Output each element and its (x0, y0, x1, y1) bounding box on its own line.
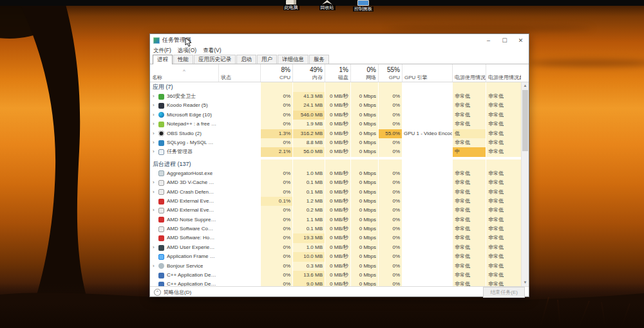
menu-file[interactable]: 文件(F) (153, 47, 171, 55)
engine-cell (402, 169, 452, 178)
expand-chevron-icon[interactable]: › (153, 178, 158, 187)
group-cpu-cell (260, 82, 292, 92)
gpu-cell: 0% (378, 197, 402, 206)
process-row[interactable]: ›AMD 3D V-Cache Performan...0%0.1 MB0 MB… (150, 178, 521, 187)
group-status-cell (218, 82, 260, 92)
process-row[interactable]: ›AMD User Experience Progr...0%1.0 MB0 M… (150, 243, 521, 252)
cpu-cell: 0% (260, 178, 292, 187)
scroll-down-arrow[interactable]: ▼ (522, 279, 529, 286)
expand-chevron-icon[interactable]: › (153, 101, 158, 110)
process-row[interactable]: ›AMD External Events Service...0%0.2 MB0… (150, 206, 521, 215)
tab-services[interactable]: 服务 (309, 55, 329, 64)
trend-cell: 非常低 (486, 92, 521, 101)
menu-options[interactable]: 选项(O) (178, 47, 196, 55)
process-row[interactable]: AMD Noise Suppression0%1.1 MB0 MB/秒0 Mbp… (150, 215, 521, 224)
mem-cell: 56.0 MB (292, 147, 325, 156)
expand-chevron-icon[interactable]: › (153, 92, 158, 101)
process-row[interactable]: ›Microsoft Edge (10)0%546.0 MB0 MB/秒0 Mb… (150, 111, 521, 120)
expand-chevron-icon[interactable]: › (153, 138, 158, 147)
status-cell (218, 224, 260, 233)
power-cell: 非常低 (452, 101, 486, 110)
close-button[interactable]: ✕ (513, 34, 529, 46)
gpu-cell: 0% (378, 206, 402, 215)
expand-chevron-icon[interactable]: › (153, 129, 158, 138)
edge-blue-icon (158, 112, 164, 118)
tab-app-history[interactable]: 应用历史记录 (194, 55, 236, 64)
scroll-up-arrow[interactable]: ▲ (522, 82, 529, 89)
process-name-cell: ›任务管理器 (150, 147, 218, 156)
expand-chevron-icon[interactable]: › (153, 147, 158, 156)
menu-view[interactable]: 查看(V) (203, 47, 221, 55)
expand-chevron-icon[interactable]: › (153, 262, 158, 271)
gpu-cell: 0% (378, 111, 402, 120)
net-cell: 0 Mbps (350, 233, 378, 242)
column-header-power[interactable]: 电源使用情况 (452, 64, 486, 82)
minimize-button[interactable]: – (480, 34, 497, 46)
trend-cell: 非常低 (486, 101, 521, 110)
process-row[interactable]: ›SQLyog - MySQL GUI - 64 bit0%8.8 MB0 MB… (150, 138, 521, 147)
process-row[interactable]: Application Frame Host0%10.0 MB0 MB/秒0 M… (150, 252, 521, 261)
process-row[interactable]: AMD Software Command Line...0%0.1 MB0 MB… (150, 224, 521, 233)
win-gray-icon (158, 170, 164, 176)
process-row[interactable]: C++ Application Developme...0%9.0 MB0 MB… (150, 280, 521, 286)
column-header-disk[interactable]: 1% 磁盘 (325, 64, 350, 82)
desktop-icon-control-panel[interactable]: 控制面板 (350, 0, 376, 12)
np-green-icon (158, 122, 164, 127)
process-row[interactable]: AggregatorHost.exe0%1.0 MB0 MB/秒0 Mbps0%… (150, 169, 521, 178)
process-row[interactable]: ›任务管理器2.1%56.0 MB0 MB/秒0 Mbps0%中非常低 (150, 147, 521, 156)
process-row[interactable]: C++ Application Developme...0%13.6 MB0 M… (150, 271, 521, 280)
group-header-row[interactable]: 后台进程 (137) (150, 159, 521, 169)
tab-performance[interactable]: 性能 (173, 55, 193, 64)
trend-cell: 非常低 (486, 280, 521, 286)
engine-cell (402, 101, 452, 110)
column-header-name[interactable]: ^ 名称 (150, 64, 218, 82)
process-row[interactable]: ›Notepad++ : a free (GNU) so...0%1.9 MB0… (150, 120, 521, 129)
desktop-icon-recycle-bin[interactable]: 回收站 (314, 0, 340, 12)
column-header-status[interactable]: 状态 (218, 64, 260, 82)
status-cell (218, 169, 260, 178)
status-cell (218, 262, 260, 271)
tab-startup[interactable]: 启动 (236, 55, 256, 64)
tab-users[interactable]: 用户 (257, 55, 277, 64)
expand-chevron-icon[interactable]: › (153, 111, 158, 120)
process-row[interactable]: AMD Software: Host Applica...0%19.3 MB0 … (150, 233, 521, 242)
expand-chevron-icon[interactable]: › (153, 120, 158, 129)
desktop-icon-this-pc[interactable]: 此电脑 (278, 0, 304, 12)
process-row[interactable]: AMD External Events Client...0.1%1.2 MB0… (150, 197, 521, 206)
column-header-gpu-engine[interactable]: GPU 引擎 (402, 64, 452, 82)
process-row[interactable]: ›AMD Crash Defender Service0%0.1 MB0 MB/… (150, 188, 521, 197)
column-header-power-trend[interactable]: 电源使用情况趋... (486, 64, 521, 82)
column-header-cpu[interactable]: 8% CPU (260, 64, 292, 82)
mem-cell: 19.3 MB (292, 233, 325, 242)
tab-processes[interactable]: 进程 (153, 55, 173, 64)
cpu-cell: 0% (260, 280, 292, 286)
column-header-memory[interactable]: 49% 内存 (292, 64, 325, 82)
end-task-button[interactable]: 结束任务(E) (483, 287, 525, 298)
process-name: OBS Studio (2) (167, 129, 202, 138)
status-cell (218, 147, 260, 156)
process-row[interactable]: ›OBS Studio (2)1.3%316.2 MB0 MB/秒0 Mbps5… (150, 129, 521, 138)
process-row[interactable]: ›Koodo Reader (5)0%24.1 MB0 MB/秒0 Mbps0%… (150, 101, 521, 110)
group-status-cell (218, 159, 260, 169)
tab-details[interactable]: 详细信息 (278, 55, 308, 64)
fewer-details-toggle[interactable]: ⌃ 简略信息(D) (154, 289, 191, 296)
vertical-scrollbar[interactable]: ▲ ▼ (521, 82, 529, 286)
group-header-row[interactable]: 应用 (7) (150, 82, 521, 92)
column-header-network[interactable]: 0% 网络 (350, 64, 378, 82)
disk-total: 1% (327, 66, 348, 74)
expand-chevron-icon[interactable]: › (153, 188, 158, 197)
power-cell: 非常低 (452, 224, 486, 233)
process-row[interactable]: ›360安全卫士0%41.3 MB0 MB/秒0 Mbps0%非常低非常低 (150, 92, 521, 101)
titlebar[interactable]: 任务管理器 – ☐ ✕ (150, 34, 529, 46)
scrollbar-thumb[interactable] (522, 90, 528, 151)
trend-cell: 非常低 (486, 224, 521, 233)
net-cell: 0 Mbps (350, 111, 378, 120)
expand-chevron-icon[interactable]: › (153, 243, 158, 252)
engine-cell (402, 252, 452, 261)
net-cell: 0 Mbps (350, 271, 378, 280)
expand-chevron-icon[interactable]: › (153, 206, 158, 215)
column-header-gpu[interactable]: 55% GPU (378, 64, 402, 82)
process-row[interactable]: ›Bonjour Service0%0.3 MB0 MB/秒0 Mbps0%非常… (150, 262, 521, 271)
trend-cell: 非常低 (486, 188, 521, 197)
maximize-button[interactable]: ☐ (497, 34, 513, 46)
